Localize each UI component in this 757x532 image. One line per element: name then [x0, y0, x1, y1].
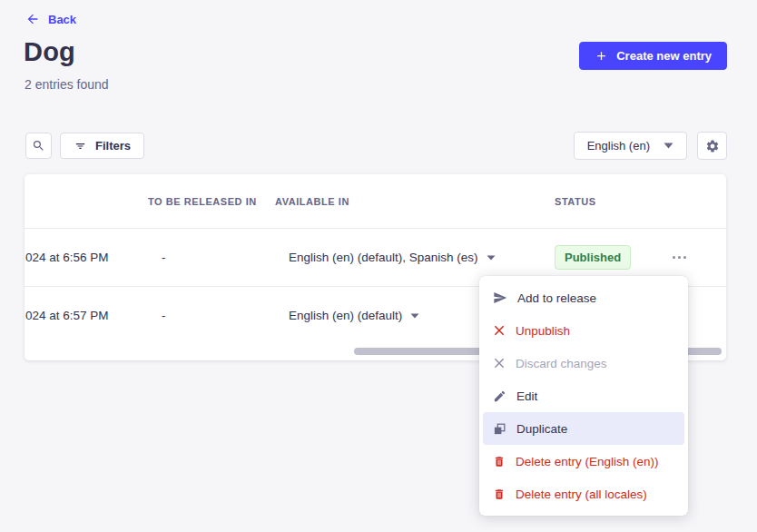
available-in-value: English (en) (default), Spanish (es) — [289, 251, 478, 264]
cell-updated: 024 at 6:57 PM — [25, 309, 148, 322]
cell-to-be-released-in: - — [148, 251, 275, 264]
content-manager-list-view: Back Dog 2 entries found Create new entr… — [0, 0, 757, 532]
chevron-down-icon — [664, 143, 673, 149]
menu-item-discard-changes[interactable]: Discard changes — [483, 347, 684, 379]
chevron-down-icon — [410, 313, 419, 319]
plus-icon — [595, 49, 608, 63]
toolbar-right: English (en) — [574, 132, 727, 160]
cell-available-in[interactable]: English (en) (default), Spanish (es) — [275, 251, 555, 264]
menu-item-label: Add to release — [517, 291, 596, 305]
search-button[interactable] — [25, 133, 52, 159]
filter-icon — [74, 140, 87, 153]
cell-status: Published — [555, 245, 669, 270]
menu-item-edit[interactable]: Edit — [483, 379, 684, 412]
page-title: Dog — [24, 37, 75, 67]
cell-to-be-released-in: - — [148, 309, 275, 322]
create-new-entry-label: Create new entry — [616, 49, 712, 63]
filters-label: Filters — [95, 139, 131, 153]
locale-select-value: English (en) — [587, 139, 650, 153]
duplicate-icon — [493, 422, 506, 436]
gear-icon — [705, 139, 720, 153]
status-badge: Published — [555, 245, 631, 270]
table-header-row: TO BE RELEASED IN AVAILABLE IN STATUS — [25, 174, 726, 228]
back-label: Back — [48, 13, 76, 26]
column-header-status: STATUS — [555, 196, 669, 207]
settings-button[interactable] — [697, 132, 727, 160]
arrow-left-icon — [25, 12, 40, 26]
pencil-icon — [493, 389, 506, 403]
column-header-available-in: AVAILABLE IN — [275, 196, 555, 207]
cross-icon — [493, 324, 506, 337]
cross-icon — [493, 357, 506, 369]
toolbar-left: Filters — [25, 133, 144, 159]
menu-item-add-to-release[interactable]: Add to release — [483, 281, 684, 314]
menu-item-unpublish[interactable]: Unpublish — [483, 314, 684, 347]
available-in-value: English (en) (default) — [289, 309, 402, 322]
menu-item-delete-entry-locale[interactable]: Delete entry (English (en)) — [483, 445, 684, 478]
row-actions-context-menu: Add to release Unpublish Discard changes… — [479, 276, 688, 516]
menu-item-label: Unpublish — [516, 324, 570, 338]
row-more-actions-button[interactable] — [669, 256, 726, 259]
entries-count: 2 entries found — [25, 77, 109, 92]
menu-item-label: Duplicate — [516, 422, 567, 436]
create-new-entry-button[interactable]: Create new entry — [579, 42, 727, 70]
menu-item-label: Edit — [516, 389, 537, 403]
trash-icon — [493, 488, 506, 501]
menu-item-duplicate[interactable]: Duplicate — [483, 412, 684, 445]
cell-updated: 024 at 6:56 PM — [25, 251, 148, 264]
menu-item-label: Discard changes — [516, 357, 607, 370]
back-link[interactable]: Back — [25, 12, 76, 26]
menu-item-label: Delete entry (English (en)) — [516, 455, 659, 468]
cell-actions — [669, 256, 726, 259]
search-icon — [32, 139, 45, 153]
trash-icon — [493, 455, 506, 468]
menu-item-label: Delete entry (all locales) — [516, 488, 647, 501]
column-header-to-be-released-in: TO BE RELEASED IN — [148, 196, 275, 207]
paper-plane-icon — [493, 291, 507, 305]
filters-button[interactable]: Filters — [60, 133, 144, 159]
chevron-down-icon — [487, 255, 496, 261]
menu-item-delete-entry-all-locales[interactable]: Delete entry (all locales) — [483, 478, 684, 510]
locale-select[interactable]: English (en) — [574, 132, 687, 160]
